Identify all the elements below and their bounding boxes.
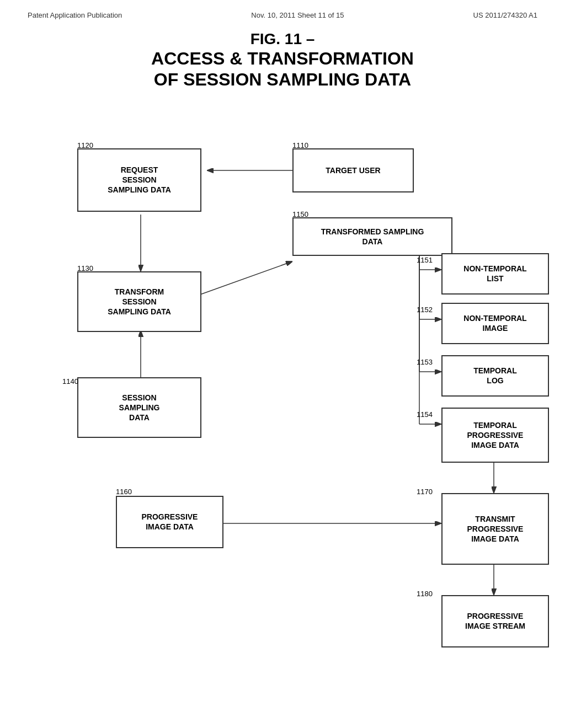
node-1180: PROGRESSIVE IMAGE STREAM <box>441 595 549 647</box>
label-1180: 1180 <box>417 590 433 598</box>
label-1170: 1170 <box>417 488 433 496</box>
node-1170: TRANSMIT PROGRESSIVE IMAGE DATA <box>441 493 549 565</box>
label-1140: 1140 <box>62 377 78 386</box>
label-1150: 1150 <box>292 210 308 218</box>
label-1120: 1120 <box>77 141 93 149</box>
fig-subtitle-line2: OF SESSION SAMPLING DATA <box>22 69 543 90</box>
fig-subtitle-line1: ACCESS & TRANSFORMATION <box>22 48 543 69</box>
label-1110: 1110 <box>292 141 308 149</box>
node-1110: TARGET USER <box>292 148 414 192</box>
diagram: TARGET USER 1110 REQUEST SESSION SAMPLIN… <box>22 107 543 686</box>
fig-number: FIG. 11 – <box>22 30 543 48</box>
node-1160: PROGRESSIVE IMAGE DATA <box>116 496 223 548</box>
node-1150: TRANSFORMED SAMPLING DATA <box>292 217 452 256</box>
header-right: US 2011/274320 A1 <box>473 11 537 19</box>
node-1130: TRANSFORM SESSION SAMPLING DATA <box>77 271 201 332</box>
node-1120: REQUEST SESSION SAMPLING DATA <box>77 148 201 212</box>
node-1152: NON-TEMPORAL IMAGE <box>441 303 549 344</box>
label-1160: 1160 <box>116 488 132 496</box>
figure-title: FIG. 11 – ACCESS & TRANSFORMATION OF SES… <box>22 30 543 90</box>
label-1151: 1151 <box>417 256 433 264</box>
node-1154: TEMPORAL PROGRESSIVE IMAGE DATA <box>441 408 549 463</box>
page-header: Patent Application Publication Nov. 10, … <box>22 11 543 19</box>
label-1154: 1154 <box>417 410 433 419</box>
header-left: Patent Application Publication <box>28 11 122 19</box>
node-1151: NON-TEMPORAL LIST <box>441 253 549 295</box>
node-1153: TEMPORAL LOG <box>441 355 549 397</box>
label-1153: 1153 <box>417 358 433 366</box>
node-1140: SESSION SAMPLING DATA <box>77 377 201 438</box>
label-1152: 1152 <box>417 306 433 314</box>
header-middle: Nov. 10, 2011 Sheet 11 of 15 <box>251 11 344 19</box>
label-1130: 1130 <box>77 264 93 272</box>
